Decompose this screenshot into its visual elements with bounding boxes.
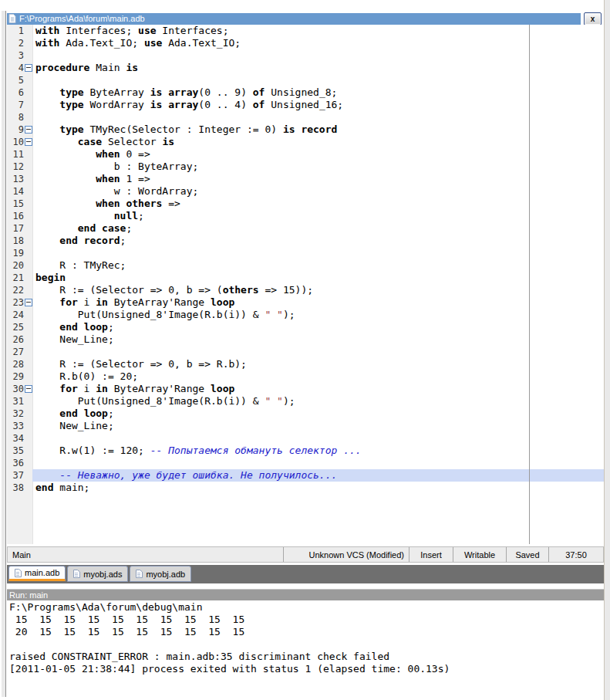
code-line[interactable]: 13 when 1 =>: [7, 173, 604, 185]
line-number: 33: [7, 420, 24, 432]
code-line[interactable]: 21begin: [7, 272, 604, 284]
code-line[interactable]: 35 R.w(1) := 120; -- Попытаемся обмануть…: [7, 445, 604, 457]
line-number: 22: [7, 284, 24, 296]
line-number: 6: [7, 86, 24, 99]
code-line[interactable]: 1with Interfaces; use Interfaces;: [7, 25, 604, 37]
line-number: 31: [7, 395, 24, 407]
line-number: 36: [7, 457, 24, 469]
code-line[interactable]: 24 Put(Unsigned_8'Image(R.b(i)) & " ");: [7, 309, 604, 321]
code-line[interactable]: 14 w : WordArray;: [7, 185, 604, 198]
title-row: F:\Programs\Ada\forum\main.adb x: [7, 12, 604, 25]
code-text: for i in ByteArray'Range loop: [32, 383, 604, 395]
code-line[interactable]: 32 end loop;: [7, 407, 604, 420]
code-line[interactable]: 4procedure Main is: [7, 62, 604, 74]
code-line[interactable]: 16 null;: [7, 210, 604, 222]
fold-column: [24, 86, 32, 99]
code-text: for i in ByteArray'Range loop: [32, 296, 604, 309]
fold-column: [24, 136, 32, 148]
code-line[interactable]: 34: [7, 432, 604, 445]
fold-column: [24, 222, 32, 235]
code-line[interactable]: 27: [7, 346, 604, 358]
fold-column: [24, 111, 32, 123]
code-line[interactable]: 3: [7, 49, 604, 62]
status-caret-position: 37:50: [548, 547, 603, 562]
code-line[interactable]: 30 for i in ByteArray'Range loop: [7, 383, 604, 395]
code-line[interactable]: 15 when others =>: [7, 198, 604, 210]
code-editor[interactable]: 1with Interfaces; use Interfaces;2with A…: [7, 25, 604, 544]
code-text: begin: [32, 272, 604, 284]
code-text: Put(Unsigned_8'Image(R.b(i)) & " ");: [32, 395, 604, 407]
line-number: 20: [7, 259, 24, 272]
line-number: 4: [7, 62, 24, 74]
code-line[interactable]: 7 type WordArray is array(0 .. 4) of Uns…: [7, 99, 604, 111]
fold-column: [24, 296, 32, 309]
status-writable[interactable]: Writable: [453, 547, 506, 562]
code-line[interactable]: 2with Ada.Text_IO; use Ada.Text_IO;: [7, 37, 604, 49]
tab-main.adb[interactable]: main.adb: [8, 566, 66, 581]
tab-myobj.adb[interactable]: myobj.adb: [130, 566, 191, 582]
code-line[interactable]: 8: [7, 111, 604, 123]
code-line[interactable]: 9 type TMyRec(Selector : Integer := 0) i…: [7, 123, 604, 136]
fold-marker[interactable]: [25, 299, 32, 306]
right-panel-edge[interactable]: [604, 0, 610, 700]
editor-tab-bar: main.adbmyobj.adsmyobj.adb: [7, 564, 604, 583]
code-text: [32, 111, 604, 123]
document-icon: [73, 570, 80, 578]
line-number: 7: [7, 99, 24, 111]
fold-column: [24, 420, 32, 432]
fold-marker[interactable]: [25, 385, 32, 393]
code-line[interactable]: 18 end record;: [7, 235, 604, 247]
code-line[interactable]: 19: [7, 247, 604, 259]
code-line[interactable]: 36: [7, 457, 604, 469]
line-number: 26: [7, 333, 24, 346]
code-text: [32, 457, 604, 469]
fold-column: [24, 25, 32, 37]
code-text: when others =>: [32, 198, 604, 210]
code-line[interactable]: 37 -- Неважно, уже будет ошибка. Не полу…: [7, 469, 604, 482]
code-line[interactable]: 26 New_Line;: [7, 333, 604, 346]
code-text: [32, 247, 604, 259]
code-line[interactable]: 23 for i in ByteArray'Range loop: [7, 296, 604, 309]
line-number: 28: [7, 358, 24, 370]
fold-column: [24, 272, 32, 284]
code-line[interactable]: 28 R := (Selector => 0, b => R.b);: [7, 358, 604, 370]
code-line[interactable]: 33 New_Line;: [7, 420, 604, 432]
line-number: 34: [7, 432, 24, 445]
fold-column: [24, 457, 32, 469]
code-text: end main;: [32, 482, 604, 494]
document-icon: [136, 570, 143, 578]
code-line[interactable]: 17 end case;: [7, 222, 604, 235]
fold-column: [24, 148, 32, 161]
code-line[interactable]: 20 R : TMyRec;: [7, 259, 604, 272]
line-number: 35: [7, 445, 24, 457]
code-line[interactable]: 5: [7, 74, 604, 86]
fold-marker[interactable]: [25, 138, 32, 146]
line-number: 18: [7, 235, 24, 247]
output-line: 15 15 15 15 15 15 15 15 15 15: [9, 614, 604, 626]
fold-column: [24, 235, 32, 247]
left-splitter[interactable]: [2, 11, 6, 697]
status-unit-name: Main: [8, 547, 283, 562]
code-line[interactable]: 11 when 0 =>: [7, 148, 604, 161]
tab-myobj.ads[interactable]: myobj.ads: [67, 566, 128, 582]
code-text: New_Line;: [32, 333, 604, 346]
line-number: 13: [7, 173, 24, 185]
close-button[interactable]: x: [584, 12, 602, 25]
fold-column: [24, 469, 32, 482]
fold-column: [24, 346, 32, 358]
code-line[interactable]: 10 case Selector is: [7, 136, 604, 148]
code-line[interactable]: 22 R := (Selector => 0, b => (others => …: [7, 284, 604, 296]
code-line[interactable]: 29 R.b(0) := 20;: [7, 370, 604, 383]
editor-title-bar[interactable]: F:\Programs\Ada\forum\main.adb: [7, 13, 581, 25]
code-line[interactable]: 12 b : ByteArray;: [7, 161, 604, 173]
code-line[interactable]: 31 Put(Unsigned_8'Image(R.b(i)) & " ");: [7, 395, 604, 407]
code-text: [32, 346, 604, 358]
code-line[interactable]: 25 end loop;: [7, 321, 604, 333]
code-line[interactable]: 6 type ByteArray is array(0 .. 9) of Uns…: [7, 86, 604, 99]
fold-column: [24, 173, 32, 185]
fold-marker[interactable]: [25, 126, 32, 134]
run-output[interactable]: F:\Programs\Ada\forum\debug\main 15 15 1…: [7, 600, 604, 675]
fold-marker[interactable]: [25, 64, 32, 72]
status-insert-mode[interactable]: Insert: [409, 547, 453, 562]
code-line[interactable]: 38end main;: [7, 482, 604, 494]
